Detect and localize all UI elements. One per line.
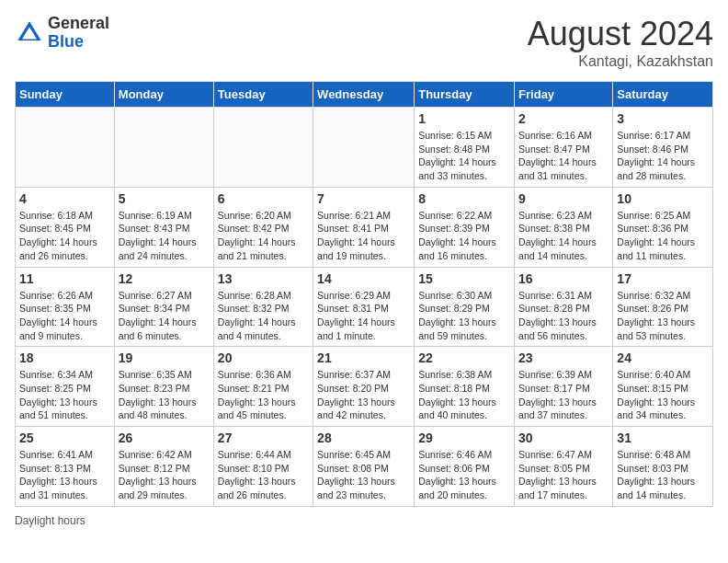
calendar-cell: 12Sunrise: 6:27 AMSunset: 8:34 PMDayligh… (114, 267, 213, 347)
calendar-cell: 7Sunrise: 6:21 AMSunset: 8:41 PMDaylight… (313, 187, 415, 267)
calendar-cell: 22Sunrise: 6:38 AMSunset: 8:18 PMDayligh… (415, 347, 515, 427)
day-info: Sunrise: 6:35 AMSunset: 8:23 PMDaylight:… (119, 368, 210, 422)
calendar-cell: 21Sunrise: 6:37 AMSunset: 8:20 PMDayligh… (313, 347, 415, 427)
day-number: 30 (518, 431, 609, 445)
month-year: August 2024 (528, 15, 713, 53)
calendar-cell: 14Sunrise: 6:29 AMSunset: 8:31 PMDayligh… (313, 267, 415, 347)
calendar-cell: 23Sunrise: 6:39 AMSunset: 8:17 PMDayligh… (515, 347, 613, 427)
calendar-week-4: 18Sunrise: 6:34 AMSunset: 8:25 PMDayligh… (16, 347, 713, 427)
day-info: Sunrise: 6:22 AMSunset: 8:39 PMDaylight:… (418, 209, 510, 263)
calendar-cell: 11Sunrise: 6:26 AMSunset: 8:35 PMDayligh… (16, 267, 115, 347)
calendar-cell: 25Sunrise: 6:41 AMSunset: 8:13 PMDayligh… (16, 427, 115, 507)
day-info: Sunrise: 6:28 AMSunset: 8:32 PMDaylight:… (218, 289, 309, 343)
day-info: Sunrise: 6:19 AMSunset: 8:43 PMDaylight:… (119, 209, 210, 263)
logo-general: General (48, 14, 109, 32)
calendar-cell: 29Sunrise: 6:46 AMSunset: 8:06 PMDayligh… (415, 427, 515, 507)
day-info: Sunrise: 6:37 AMSunset: 8:20 PMDaylight:… (317, 368, 410, 422)
logo-icon (15, 18, 44, 48)
day-number: 14 (317, 271, 410, 286)
footer-note: Daylight hours (15, 514, 713, 527)
calendar-cell (313, 108, 415, 188)
day-header-monday: Monday (114, 82, 213, 108)
day-number: 19 (119, 350, 210, 365)
day-number: 16 (518, 271, 609, 286)
calendar-cell: 16Sunrise: 6:31 AMSunset: 8:28 PMDayligh… (515, 267, 613, 347)
day-info: Sunrise: 6:16 AMSunset: 8:47 PMDaylight:… (518, 129, 609, 183)
day-header-tuesday: Tuesday (213, 82, 313, 108)
day-number: 17 (617, 271, 709, 286)
day-info: Sunrise: 6:36 AMSunset: 8:21 PMDaylight:… (218, 368, 309, 422)
day-info: Sunrise: 6:26 AMSunset: 8:35 PMDaylight:… (19, 289, 110, 343)
day-header-saturday: Saturday (613, 82, 713, 108)
day-number: 8 (418, 191, 510, 206)
day-number: 9 (518, 191, 609, 206)
day-number: 12 (119, 271, 210, 286)
day-info: Sunrise: 6:21 AMSunset: 8:41 PMDaylight:… (317, 209, 410, 263)
day-info: Sunrise: 6:29 AMSunset: 8:31 PMDaylight:… (317, 289, 410, 343)
day-number: 24 (617, 350, 709, 365)
calendar-cell: 5Sunrise: 6:19 AMSunset: 8:43 PMDaylight… (114, 187, 213, 267)
calendar-cell: 26Sunrise: 6:42 AMSunset: 8:12 PMDayligh… (114, 427, 213, 507)
calendar-cell: 20Sunrise: 6:36 AMSunset: 8:21 PMDayligh… (213, 347, 313, 427)
calendar-header-row: SundayMondayTuesdayWednesdayThursdayFrid… (16, 82, 713, 108)
day-info: Sunrise: 6:38 AMSunset: 8:18 PMDaylight:… (418, 368, 510, 422)
day-number: 22 (418, 350, 510, 365)
day-number: 23 (518, 350, 609, 365)
title-block: August 2024 Kantagi, Kazakhstan (528, 15, 713, 70)
calendar-cell: 19Sunrise: 6:35 AMSunset: 8:23 PMDayligh… (114, 347, 213, 427)
day-number: 4 (19, 191, 110, 206)
day-info: Sunrise: 6:31 AMSunset: 8:28 PMDaylight:… (518, 289, 609, 343)
calendar-cell (114, 108, 213, 188)
calendar-cell: 18Sunrise: 6:34 AMSunset: 8:25 PMDayligh… (16, 347, 115, 427)
calendar-cell (16, 108, 115, 188)
day-info: Sunrise: 6:39 AMSunset: 8:17 PMDaylight:… (518, 368, 609, 422)
calendar-cell: 8Sunrise: 6:22 AMSunset: 8:39 PMDaylight… (415, 187, 515, 267)
calendar-cell: 28Sunrise: 6:45 AMSunset: 8:08 PMDayligh… (313, 427, 415, 507)
day-number: 31 (617, 431, 709, 445)
day-info: Sunrise: 6:23 AMSunset: 8:38 PMDaylight:… (518, 209, 609, 263)
logo-blue-text: Blue (48, 32, 84, 51)
day-info: Sunrise: 6:27 AMSunset: 8:34 PMDaylight:… (119, 289, 210, 343)
day-number: 5 (119, 191, 210, 206)
day-number: 28 (317, 431, 410, 445)
day-info: Sunrise: 6:47 AMSunset: 8:05 PMDaylight:… (518, 448, 609, 502)
day-number: 2 (518, 111, 609, 126)
day-number: 29 (418, 431, 510, 445)
day-info: Sunrise: 6:44 AMSunset: 8:10 PMDaylight:… (218, 448, 309, 502)
calendar-week-3: 11Sunrise: 6:26 AMSunset: 8:35 PMDayligh… (16, 267, 713, 347)
day-number: 18 (19, 350, 110, 365)
day-number: 13 (218, 271, 309, 286)
day-info: Sunrise: 6:48 AMSunset: 8:03 PMDaylight:… (617, 448, 709, 502)
logo-text: General Blue (48, 15, 109, 52)
day-header-thursday: Thursday (415, 82, 515, 108)
calendar-cell: 2Sunrise: 6:16 AMSunset: 8:47 PMDaylight… (515, 108, 613, 188)
calendar-cell: 31Sunrise: 6:48 AMSunset: 8:03 PMDayligh… (613, 427, 713, 507)
day-header-sunday: Sunday (16, 82, 115, 108)
calendar-week-2: 4Sunrise: 6:18 AMSunset: 8:45 PMDaylight… (16, 187, 713, 267)
calendar-week-1: 1Sunrise: 6:15 AMSunset: 8:48 PMDaylight… (16, 108, 713, 188)
calendar-cell: 15Sunrise: 6:30 AMSunset: 8:29 PMDayligh… (415, 267, 515, 347)
day-info: Sunrise: 6:34 AMSunset: 8:25 PMDaylight:… (19, 368, 110, 422)
day-number: 11 (19, 271, 110, 286)
calendar-cell (213, 108, 313, 188)
day-info: Sunrise: 6:40 AMSunset: 8:15 PMDaylight:… (617, 368, 709, 422)
day-info: Sunrise: 6:45 AMSunset: 8:08 PMDaylight:… (317, 448, 410, 502)
day-info: Sunrise: 6:17 AMSunset: 8:46 PMDaylight:… (617, 129, 709, 183)
calendar-cell: 3Sunrise: 6:17 AMSunset: 8:46 PMDaylight… (613, 108, 713, 188)
calendar-cell: 9Sunrise: 6:23 AMSunset: 8:38 PMDaylight… (515, 187, 613, 267)
day-header-friday: Friday (515, 82, 613, 108)
calendar-table: SundayMondayTuesdayWednesdayThursdayFrid… (15, 81, 713, 507)
location: Kantagi, Kazakhstan (528, 53, 713, 70)
day-number: 3 (617, 111, 709, 126)
day-info: Sunrise: 6:46 AMSunset: 8:06 PMDaylight:… (418, 448, 510, 502)
day-number: 10 (617, 191, 709, 206)
calendar-cell: 27Sunrise: 6:44 AMSunset: 8:10 PMDayligh… (213, 427, 313, 507)
day-info: Sunrise: 6:20 AMSunset: 8:42 PMDaylight:… (218, 209, 309, 263)
day-info: Sunrise: 6:32 AMSunset: 8:26 PMDaylight:… (617, 289, 709, 343)
day-info: Sunrise: 6:25 AMSunset: 8:36 PMDaylight:… (617, 209, 709, 263)
calendar-cell: 10Sunrise: 6:25 AMSunset: 8:36 PMDayligh… (613, 187, 713, 267)
logo: General Blue (15, 15, 109, 52)
day-number: 21 (317, 350, 410, 365)
day-info: Sunrise: 6:42 AMSunset: 8:12 PMDaylight:… (119, 448, 210, 502)
day-info: Sunrise: 6:41 AMSunset: 8:13 PMDaylight:… (19, 448, 110, 502)
